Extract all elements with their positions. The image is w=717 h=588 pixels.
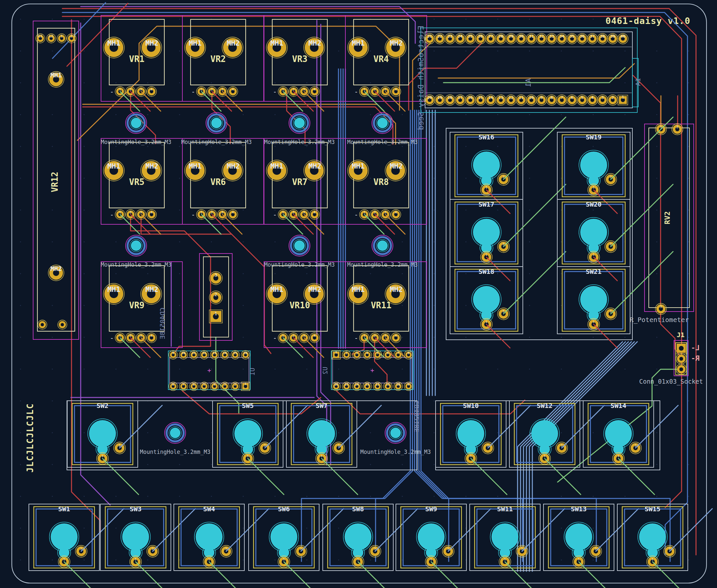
plunger-hole[interactable] — [473, 151, 500, 178]
plunger-hole[interactable] — [639, 523, 666, 550]
trace[interactable] — [443, 67, 625, 83]
plunger-hole[interactable] — [492, 523, 519, 550]
pot-vr5[interactable]: MH1MH2VR5-1234 — [101, 139, 182, 224]
switch-sw21[interactable]: 12SW21 — [557, 267, 630, 334]
pad-number: 8 — [550, 96, 553, 100]
mounting-hole[interactable]: MountingHole_3.2mm_M3 — [347, 235, 418, 268]
plunger-hole[interactable] — [418, 523, 445, 550]
trace[interactable] — [504, 184, 566, 247]
mounting-hole[interactable]: MountingHole_3.2mm_M3 — [101, 112, 171, 145]
trace[interactable] — [375, 509, 418, 551]
trace[interactable] — [636, 405, 678, 448]
switch-sw2[interactable]: 12SW2 — [67, 401, 138, 467]
plunger-hole[interactable] — [345, 523, 372, 550]
dip-socket-u2[interactable]: +12345678161514131211109 — [331, 351, 413, 391]
plunger-hole[interactable] — [566, 523, 592, 550]
trace[interactable] — [438, 64, 634, 78]
trace[interactable] — [504, 252, 566, 314]
trace[interactable] — [421, 110, 670, 562]
trace[interactable] — [301, 509, 344, 551]
switch-sw12[interactable]: 12SW12 — [509, 401, 580, 467]
mounting-hole[interactable]: MountingHole_3.2mm_M3 — [182, 112, 252, 145]
mounting-hole[interactable]: MountingHole_3.2mm_M3 — [265, 112, 335, 145]
switch-sw20[interactable]: 12SW20 — [557, 200, 630, 267]
plunger-hole[interactable] — [271, 523, 297, 550]
plunger-hole[interactable] — [473, 219, 500, 246]
trace[interactable] — [120, 405, 162, 448]
trace[interactable] — [339, 405, 381, 448]
plunger-hole[interactable] — [580, 151, 607, 178]
switch-sw15[interactable]: 12SW15 — [617, 504, 688, 571]
trace[interactable] — [611, 252, 673, 314]
trace[interactable] — [594, 324, 617, 348]
switch-sw14[interactable]: 12SW14 — [583, 401, 654, 467]
conn-j1[interactable]: J1L-R-Conn_01x03_Socket — [639, 331, 703, 385]
plunger-hole[interactable] — [580, 286, 607, 313]
trace[interactable] — [71, 20, 100, 532]
trace[interactable] — [62, 8, 696, 555]
mounting-hole-label: MountingHole_3.2mm_M3 — [265, 261, 335, 268]
trace[interactable] — [212, 91, 230, 144]
pot-vr9[interactable]: MH1MH2VR9-1234 — [101, 262, 182, 348]
stem-hole — [279, 547, 289, 558]
pot-rv2[interactable]: 123RV2R_Potentiometer — [630, 124, 694, 324]
plunger-hole[interactable] — [122, 523, 149, 550]
trace[interactable] — [375, 338, 387, 386]
plunger-hole[interactable] — [89, 420, 116, 447]
pot-vr3[interactable]: MH1MH2VR3-1234 — [264, 16, 345, 101]
mh2-label: MH2 — [145, 39, 159, 47]
switch-sw18[interactable]: 12SW18 — [450, 267, 523, 334]
switch-sw16[interactable]: 12SW16 — [450, 132, 523, 200]
trace[interactable] — [611, 117, 673, 180]
plunger-hole[interactable] — [308, 420, 335, 447]
pot-vr1[interactable]: MH1MH2VR1-1234 — [101, 16, 182, 101]
plunger-hole[interactable] — [196, 523, 223, 550]
switch-sw8[interactable]: 12SW8 — [323, 504, 393, 571]
conn3-footprint[interactable]: 321 — [199, 253, 232, 340]
mounting-hole[interactable]: MountingHole_3.2mm_M3 — [101, 235, 171, 268]
plunger-hole[interactable] — [605, 420, 632, 447]
pot-vr6[interactable]: MH1MH2VR6-1234 — [182, 139, 264, 224]
plunger-hole[interactable] — [531, 420, 558, 447]
plunger-hole[interactable] — [458, 420, 484, 447]
trace[interactable] — [670, 509, 712, 551]
pad-number: 11 — [386, 383, 390, 386]
switch-sw3[interactable]: 12SW3 — [100, 504, 171, 571]
trace[interactable] — [130, 214, 211, 354]
switch-sw7[interactable]: 12SW7 — [286, 401, 357, 467]
plunger-hole[interactable] — [580, 219, 607, 246]
switch-sw19[interactable]: 12SW19 — [557, 132, 630, 200]
switch-sw4[interactable]: 12SW4 — [174, 504, 244, 571]
plunger-hole[interactable] — [234, 420, 261, 447]
plunger-hole[interactable] — [473, 286, 500, 313]
pot-vr7[interactable]: MH1MH2VR7-1234 — [264, 139, 345, 224]
mounting-hole[interactable]: MountingHole_3.2mm_M3 — [140, 422, 211, 455]
switch-sw1[interactable]: 12SW1 — [29, 504, 99, 571]
pot-vr2[interactable]: MH1MH2VR2-1234 — [182, 16, 264, 101]
switch-sw17[interactable]: 12SW17 — [450, 200, 523, 267]
plunger-hole[interactable] — [51, 523, 78, 550]
dip-socket-u1[interactable]: +91011121314151687654321 — [168, 351, 250, 391]
pot-vr10[interactable]: MH1MH2VR10-1234 — [264, 262, 345, 348]
mounting-hole[interactable]: MountingHole_3.2mm_M3 — [347, 112, 418, 145]
switch-sw5[interactable]: 12SW5 — [213, 401, 283, 467]
switch-sw9[interactable]: 12SW9 — [396, 504, 466, 571]
switch-sw10[interactable]: 12SW10 — [436, 401, 506, 467]
trace[interactable] — [504, 117, 566, 180]
pad-number: 30 — [519, 34, 524, 39]
pad-number: 4 — [151, 88, 152, 91]
trace[interactable] — [317, 20, 327, 465]
mh1-label: MH1 — [189, 162, 202, 170]
switch-sw6[interactable]: 12SW6 — [249, 504, 319, 571]
hole — [294, 240, 305, 251]
mounting-hole[interactable]: MountingHole_3.2mm_M3 — [265, 235, 335, 268]
stem-hole — [130, 547, 141, 558]
trace[interactable] — [337, 391, 525, 414]
switch-sw13[interactable]: 12SW13 — [544, 504, 614, 571]
trace[interactable] — [321, 24, 331, 465]
trace[interactable] — [216, 337, 239, 413]
header-socket-a1[interactable]: 2122232425262728293031323334353637383940… — [421, 28, 638, 112]
trace[interactable] — [81, 509, 124, 551]
trace[interactable] — [226, 509, 269, 551]
trace[interactable] — [486, 324, 510, 348]
